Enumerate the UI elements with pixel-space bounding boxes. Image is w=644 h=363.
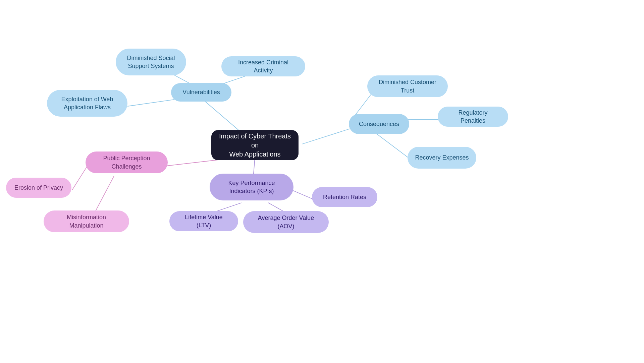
diminished-customer-node: Diminished Customer Trust: [367, 75, 448, 97]
misinformation-node: Misinformation Manipulation: [44, 210, 129, 232]
average-order-node: Average Order Value (AOV): [243, 211, 329, 233]
vulnerabilities-node: Vulnerabilities: [171, 83, 231, 102]
center-node: Impact of Cyber Threats on Web Applicati…: [211, 130, 299, 160]
center-label: Impact of Cyber Threats on Web Applicati…: [219, 132, 291, 159]
erosion-privacy-node: Erosion of Privacy: [6, 178, 71, 198]
exploitation-web-label: Exploitation of Web Application Flaws: [54, 95, 120, 112]
regulatory-penalties-node: Regulatory Penalties: [438, 107, 508, 127]
increased-criminal-label: Increased Criminal Activity: [229, 58, 298, 75]
retention-rates-label: Retention Rates: [323, 193, 366, 201]
lifetime-value-node: Lifetime Value (LTV): [169, 211, 238, 231]
lifetime-value-label: Lifetime Value (LTV): [177, 213, 231, 230]
retention-rates-node: Retention Rates: [312, 187, 377, 207]
svg-line-3: [127, 100, 174, 106]
diminished-customer-label: Diminished Customer Trust: [375, 78, 440, 95]
kpi-label: Key Performance Indicators (KPIs): [217, 179, 286, 195]
exploitation-web-node: Exploitation of Web Application Flaws: [47, 90, 127, 117]
vulnerabilities-label: Vulnerabilities: [182, 88, 220, 96]
diminished-social-node: Diminished Social Support Systems: [116, 49, 186, 75]
misinformation-label: Misinformation Manipulation: [51, 213, 122, 230]
public-perception-node: Public Perception Challenges: [86, 152, 168, 173]
diminished-social-label: Diminished Social Support Systems: [123, 54, 179, 70]
public-perception-label: Public Perception Challenges: [93, 154, 160, 171]
kpi-node: Key Performance Indicators (KPIs): [210, 174, 293, 200]
svg-line-4: [302, 128, 352, 144]
recovery-expenses-label: Recovery Expenses: [415, 154, 469, 162]
increased-criminal-node: Increased Criminal Activity: [221, 56, 305, 76]
consequences-node: Consequences: [349, 114, 409, 134]
consequences-label: Consequences: [359, 120, 399, 128]
regulatory-penalties-label: Regulatory Penalties: [445, 109, 501, 125]
average-order-label: Average Order Value (AOV): [251, 214, 321, 230]
recovery-expenses-node: Recovery Expenses: [408, 147, 476, 169]
erosion-privacy-label: Erosion of Privacy: [14, 184, 63, 192]
